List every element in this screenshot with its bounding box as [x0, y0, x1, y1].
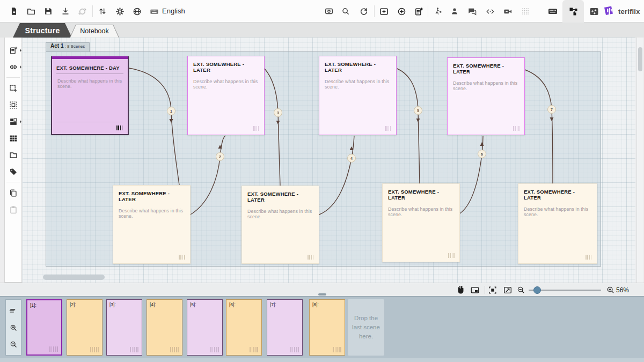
keyboard-shortcuts-icon[interactable]	[547, 6, 558, 17]
save-icon[interactable]	[43, 6, 54, 17]
brand-logo[interactable]: teriflix	[602, 4, 640, 18]
scene-card-title: EXT. SOMEWHERE - LATER	[193, 61, 259, 73]
filmstrip-zoom-out-icon[interactable]	[8, 339, 19, 350]
globe-icon[interactable]	[131, 6, 142, 17]
filmstrip-scene-label: [5]:	[190, 302, 219, 307]
window-tab-icon[interactable]	[6, 148, 20, 162]
zoom-in-icon[interactable]	[605, 285, 616, 295]
scene-card-4[interactable]: EXT. SOMEWHERE - LATER Describe what hap…	[447, 57, 525, 135]
filmstrip-scene-2[interactable]: [2]:	[67, 299, 103, 356]
center-selection-icon[interactable]	[487, 285, 497, 295]
statusbar-divider	[485, 286, 485, 294]
add-scene-icon[interactable]	[6, 43, 20, 57]
scene-card-body: Describe what happens in this scene.	[524, 206, 591, 217]
minimap-toggle-icon[interactable]	[470, 285, 480, 295]
tab-structure-label: Structure	[25, 26, 60, 35]
filmstrip-scene-8[interactable]: [8]:	[309, 299, 345, 356]
chat-icon[interactable]	[466, 6, 477, 17]
zoom-out-icon[interactable]	[516, 285, 526, 295]
tab-notebook[interactable]: Notebook	[70, 25, 119, 38]
sync-icon[interactable]	[77, 6, 87, 17]
add-screen-icon[interactable]	[378, 6, 389, 17]
structure-canvas[interactable]: Act 1 : 8 Scenes 1 2 3 4 5 6 7 EXT	[23, 38, 635, 283]
sort-scenes-icon[interactable]	[8, 305, 19, 316]
scene-card-6[interactable]: EXT. SOMEWHERE - LATER Describe what hap…	[241, 186, 319, 264]
scene-card-2[interactable]: EXT. SOMEWHERE - LATER Describe what hap…	[187, 56, 265, 135]
open-folder-icon[interactable]	[26, 6, 36, 17]
scene-card-title: EXT. SOMEWHERE - LATER	[453, 63, 519, 75]
zoom-slider-thumb[interactable]	[533, 286, 541, 294]
refresh-icon[interactable]	[358, 6, 369, 17]
connection-badge[interactable]: 4	[347, 154, 356, 162]
character-action-icon[interactable]	[433, 6, 443, 17]
video-camera-icon[interactable]	[502, 6, 513, 17]
filmstrip-zoom-in-icon[interactable]	[8, 322, 19, 333]
main-toolbar: English	[0, 0, 644, 23]
connection-badge[interactable]: 2	[216, 152, 224, 161]
barcode-icon	[385, 126, 392, 131]
connection-badge[interactable]: 5	[414, 106, 422, 115]
horizontal-scrollbar-thumb[interactable]	[43, 275, 105, 280]
search-icon[interactable]	[340, 6, 351, 17]
copy-icon[interactable]	[6, 186, 20, 200]
scene-card-3[interactable]: EXT. SOMEWHERE - LATER Describe what hap…	[319, 56, 397, 135]
code-icon[interactable]	[485, 6, 495, 17]
panel-collapse-handle[interactable]	[318, 293, 326, 295]
layout-icon[interactable]	[6, 115, 20, 129]
connection-badge[interactable]: 6	[478, 150, 486, 158]
person-icon[interactable]	[449, 6, 460, 17]
dots-grid-icon[interactable]	[520, 6, 531, 17]
app-window: English	[0, 0, 644, 362]
act-header[interactable]: Act 1 : 8 Scenes	[46, 42, 90, 52]
filmstrip-scene-4[interactable]: [4]:	[147, 299, 182, 356]
connection-badge[interactable]: 1	[167, 107, 175, 115]
submenu-caret-icon	[20, 65, 21, 69]
filmstrip-scrollbar[interactable]	[0, 358, 644, 362]
filmstrip-scene-5[interactable]: [5]:	[187, 299, 223, 356]
vertical-scrollbar[interactable]	[636, 38, 643, 283]
scene-card-1[interactable]: EXT. SOMEWHERE - DAY Describe what happe…	[51, 56, 129, 135]
select-area-icon[interactable]	[6, 82, 20, 95]
tag-icon[interactable]	[6, 165, 20, 179]
filmstrip-scene-7[interactable]: [7]:	[267, 299, 303, 356]
structure-panel-toggle[interactable]	[562, 0, 584, 23]
last-scene-dropzone[interactable]: Drop the last scene here.	[348, 299, 384, 356]
keyboard-language-icon[interactable]	[149, 6, 159, 17]
new-document-icon[interactable]	[9, 6, 19, 17]
scene-card-5[interactable]: EXT. SOMEWHERE - LATER Describe what hap…	[113, 185, 191, 264]
tab-structure[interactable]: Structure	[13, 23, 72, 38]
scene-card-body: Describe what happens in this scene.	[388, 206, 454, 217]
mouse-mode-icon[interactable]	[456, 285, 466, 295]
paste-icon[interactable]	[6, 203, 20, 217]
document-tabbar: Structure Notebook	[0, 23, 644, 38]
connection-badge[interactable]: 7	[547, 105, 556, 114]
fit-to-screen-icon[interactable]	[502, 285, 513, 295]
scene-card-body: Describe what happens in this scene.	[247, 209, 313, 219]
scene-card-body: Describe what happens in this scene.	[325, 79, 391, 90]
barcode-icon	[49, 346, 58, 352]
barcode-icon	[448, 253, 455, 258]
filmstrip-scene-1[interactable]: [1]:	[26, 299, 62, 356]
download-icon[interactable]	[60, 6, 71, 17]
zoom-slider[interactable]	[529, 290, 601, 291]
scene-card-8[interactable]: EXT. SOMEWHERE - LATER Describe what hap…	[518, 183, 597, 264]
select-all-icon[interactable]	[6, 98, 20, 112]
add-circle-icon[interactable]	[396, 6, 407, 17]
link-scenes-icon[interactable]	[6, 60, 20, 74]
preview-icon[interactable]	[324, 6, 334, 17]
settings-gear-icon[interactable]	[114, 6, 125, 17]
barcode-icon	[170, 347, 179, 352]
swap-vertical-icon[interactable]	[97, 6, 108, 17]
barcode-icon	[210, 347, 219, 352]
connection-badge[interactable]: 3	[274, 108, 282, 117]
filmstrip-scene-6[interactable]: [6]:	[226, 299, 262, 356]
scene-card-7[interactable]: EXT. SOMEWHERE - LATER Describe what hap…	[382, 183, 460, 262]
add-note-icon[interactable]	[413, 6, 424, 17]
ai-clapper-icon[interactable]	[589, 6, 599, 17]
filmstrip-scene-3[interactable]: [3]:	[106, 299, 142, 356]
grid-view-icon[interactable]	[6, 131, 20, 145]
language-label[interactable]: English	[162, 7, 185, 15]
sidebar-divider	[6, 182, 20, 182]
vertical-scrollbar-thumb[interactable]	[638, 47, 642, 71]
scene-card-title: EXT. SOMEWHERE - LATER	[325, 61, 391, 73]
